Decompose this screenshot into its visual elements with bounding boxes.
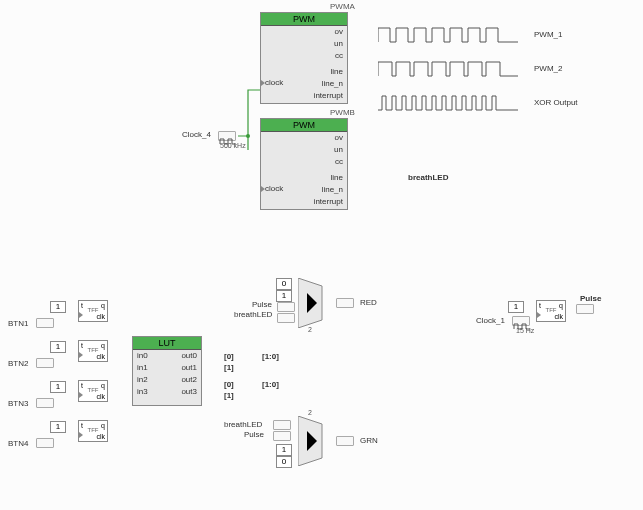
pwmb-port-cc: cc: [261, 156, 347, 168]
btn4-label: BTN4: [8, 439, 28, 448]
lut-in0: in0: [133, 350, 167, 362]
const-1-btn3[interactable]: 1: [50, 381, 66, 393]
mux-red-in-pulse: Pulse: [252, 300, 272, 309]
wave-label-pwm2: PWM_2: [534, 64, 562, 73]
mux-red[interactable]: [298, 278, 332, 332]
bus-bot-1: [1]: [224, 391, 234, 400]
mux-red-const0[interactable]: 0: [276, 278, 292, 290]
pulse-net-marker-grn: [273, 431, 291, 441]
grn-output-port[interactable]: [336, 436, 354, 446]
pwmb-port-int: interrupt: [261, 196, 347, 208]
breath-net-marker-red: [277, 313, 295, 323]
btn2-port[interactable]: [36, 358, 54, 368]
clock4-label: Clock_4: [182, 130, 211, 139]
pwma-port-ov: ov: [261, 26, 347, 38]
pulse-label: Pulse: [580, 294, 601, 303]
pulse-net-marker-red: [277, 302, 295, 312]
waveform-pwm2: [378, 58, 518, 80]
const-1-btn4[interactable]: 1: [50, 421, 66, 433]
bus-range-top: [1:0]: [262, 352, 279, 361]
btn3-label: BTN3: [8, 399, 28, 408]
mux-grn-in-breath: breathLED: [224, 420, 262, 429]
clock4-freq: 500 kHz: [220, 142, 246, 149]
tff-btn2[interactable]: t q TFF clk: [78, 340, 108, 362]
mux-grn-sel-width: 2: [308, 409, 312, 416]
xor-output-label: breathLED: [408, 173, 448, 182]
wave-label-xor: XOR Output: [534, 98, 578, 107]
btn1-label: BTN1: [8, 319, 28, 328]
mux-red-const1[interactable]: 1: [276, 290, 292, 302]
const-1-btn1[interactable]: 1: [50, 301, 66, 313]
waveform-xor: [378, 92, 518, 114]
mux-red-sel-width: 2: [308, 326, 312, 333]
lut-out2: out2: [167, 374, 201, 386]
bus-bot-0: [0]: [224, 380, 234, 389]
clock1-symbol[interactable]: [512, 316, 530, 326]
mux-grn[interactable]: [298, 416, 332, 470]
lut-title: LUT: [133, 337, 201, 350]
red-output-port[interactable]: [336, 298, 354, 308]
tff-btn4[interactable]: t q TFF clk: [78, 420, 108, 442]
btn4-port[interactable]: [36, 438, 54, 448]
mux-red-in-breath: breathLED: [234, 310, 272, 319]
clock4-symbol[interactable]: [218, 131, 236, 141]
clock1-freq: 15 Hz: [516, 327, 534, 334]
bus-range-bot: [1:0]: [262, 380, 279, 389]
const-1-btn2[interactable]: 1: [50, 341, 66, 353]
pulse-net-marker: [576, 304, 594, 314]
bus-top-0: [0]: [224, 352, 234, 361]
mux-grn-const0[interactable]: 0: [276, 456, 292, 468]
lut-out0: out0: [167, 350, 201, 362]
waveform-pwm1: [378, 24, 518, 46]
lut-out1: out1: [167, 362, 201, 374]
red-label: RED: [360, 298, 377, 307]
breath-net-marker-grn: [273, 420, 291, 430]
wave-label-pwm1: PWM_1: [534, 30, 562, 39]
pwma-port-cc: cc: [261, 50, 347, 62]
pwma-port-un: un: [261, 38, 347, 50]
pwmb-port-ov: ov: [261, 132, 347, 144]
pwmb-block[interactable]: PWM ov un cc line line_n interrupt clock: [260, 118, 348, 210]
mux-grn-const1[interactable]: 1: [276, 444, 292, 456]
lut-in1: in1: [133, 362, 167, 374]
clock1-label: Clock_1: [476, 316, 505, 325]
tff-btn3[interactable]: t q TFF clk: [78, 380, 108, 402]
pwma-header: PWMA: [330, 2, 355, 11]
btn3-port[interactable]: [36, 398, 54, 408]
pwma-block[interactable]: PWM ov un cc line line_n interrupt clock: [260, 12, 348, 104]
tff-btn1[interactable]: t q TFF clk: [78, 300, 108, 322]
const-1-pulse[interactable]: 1: [508, 301, 524, 313]
lut-in2: in2: [133, 374, 167, 386]
pwma-port-int: interrupt: [261, 90, 347, 102]
pwmb-title: PWM: [261, 119, 347, 132]
btn1-port[interactable]: [36, 318, 54, 328]
pwma-title: PWM: [261, 13, 347, 26]
pwmb-port-un: un: [261, 144, 347, 156]
lut-in3: in3: [133, 386, 167, 398]
btn2-label: BTN2: [8, 359, 28, 368]
grn-label: GRN: [360, 436, 378, 445]
tff-pulse[interactable]: t q TFF clk: [536, 300, 566, 322]
pwmb-header: PWMB: [330, 108, 355, 117]
mux-grn-in-pulse: Pulse: [244, 430, 264, 439]
bus-top-1: [1]: [224, 363, 234, 372]
lut-out3: out3: [167, 386, 201, 398]
lut-block[interactable]: LUT in0 in1 in2 in3 out0 out1 out2 out3: [132, 336, 202, 406]
